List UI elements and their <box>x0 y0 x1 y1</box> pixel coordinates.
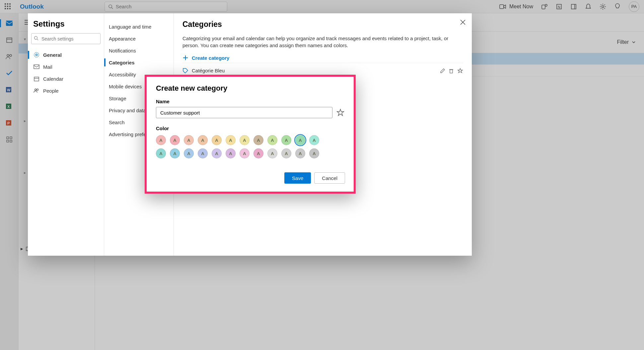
color-swatch[interactable]: A <box>156 148 166 158</box>
favorite-toggle[interactable] <box>336 109 344 117</box>
modal-title: Create new category <box>156 84 344 93</box>
color-swatch[interactable]: A <box>267 148 277 158</box>
color-swatch[interactable]: A <box>198 135 208 145</box>
color-swatch[interactable]: A <box>184 135 194 145</box>
color-swatch[interactable]: A <box>170 148 180 158</box>
settings-title: Settings <box>31 19 101 29</box>
color-swatch[interactable]: A <box>156 135 166 145</box>
nav-general[interactable]: General <box>31 49 101 61</box>
edit-icon[interactable] <box>440 68 445 73</box>
color-swatch[interactable]: A <box>198 148 208 158</box>
color-swatch[interactable]: A <box>295 148 305 158</box>
svg-point-28 <box>35 37 37 40</box>
subnav-appearance[interactable]: Appearance <box>104 33 174 44</box>
create-category-button[interactable]: Create category <box>182 55 463 61</box>
name-label: Name <box>156 99 344 104</box>
color-swatch[interactable]: A <box>253 135 263 145</box>
nav-calendar[interactable]: Calendar <box>31 73 101 85</box>
svg-point-31 <box>34 52 39 57</box>
page-title: Categories <box>182 20 463 29</box>
svg-rect-33 <box>34 77 39 81</box>
create-category-modal: Create new category Name Color AAAAAAAAA… <box>145 75 356 194</box>
chevron-right-icon: ▸ <box>21 246 23 252</box>
tag-icon <box>182 68 188 74</box>
color-swatch[interactable]: A <box>212 135 222 145</box>
svg-rect-41 <box>450 70 453 73</box>
star-icon[interactable] <box>457 68 463 74</box>
color-swatch[interactable]: A <box>226 135 236 145</box>
color-swatch[interactable]: A <box>309 148 319 158</box>
svg-point-35 <box>35 89 36 91</box>
color-swatch[interactable]: A <box>170 135 180 145</box>
settings-search-input[interactable] <box>31 33 101 44</box>
subnav-categories[interactable]: Categories <box>104 56 174 68</box>
category-row[interactable]: Catégorie Bleu <box>182 63 463 76</box>
delete-icon[interactable] <box>449 68 454 73</box>
star-icon <box>336 109 344 117</box>
color-swatch[interactable]: A <box>212 148 222 158</box>
page-description: Categorizing your email and calendar can… <box>182 35 463 49</box>
color-swatch[interactable]: A <box>226 148 236 158</box>
plus-icon <box>182 55 188 61</box>
nav-people[interactable]: People <box>31 85 101 97</box>
color-swatch[interactable]: A <box>309 135 319 145</box>
nav-mail[interactable]: Mail <box>31 61 101 73</box>
svg-point-30 <box>36 54 37 56</box>
subnav-language[interactable]: Language and time <box>104 21 174 33</box>
color-swatches: AAAAAAAAAAAA AAAAAAAAAAAA <box>156 135 344 158</box>
svg-point-36 <box>37 89 38 91</box>
subnav-notifications[interactable]: Notifications <box>104 44 174 56</box>
color-label: Color <box>156 126 344 131</box>
svg-line-29 <box>37 39 38 40</box>
calendar-icon <box>33 75 40 82</box>
svg-rect-32 <box>34 65 39 69</box>
color-swatch[interactable]: A <box>240 135 250 145</box>
color-swatch[interactable]: A <box>281 135 291 145</box>
close-icon <box>460 19 466 25</box>
people-icon <box>33 87 40 94</box>
color-swatch[interactable]: A <box>240 148 250 158</box>
color-swatch[interactable]: A <box>267 135 277 145</box>
gear-icon <box>33 51 40 58</box>
mail-icon <box>33 63 40 70</box>
close-button[interactable] <box>460 19 466 25</box>
settings-search[interactable] <box>31 33 101 44</box>
color-swatch[interactable]: A <box>281 148 291 158</box>
category-name-input[interactable] <box>156 107 332 118</box>
cancel-button[interactable]: Cancel <box>314 172 345 184</box>
color-swatch[interactable]: A <box>295 135 305 145</box>
search-icon <box>34 36 38 41</box>
color-swatch[interactable]: A <box>184 148 194 158</box>
settings-sidebar: Settings General Mail Calendar <box>28 13 104 256</box>
save-button[interactable]: Save <box>284 172 311 184</box>
color-swatch[interactable]: A <box>253 148 263 158</box>
